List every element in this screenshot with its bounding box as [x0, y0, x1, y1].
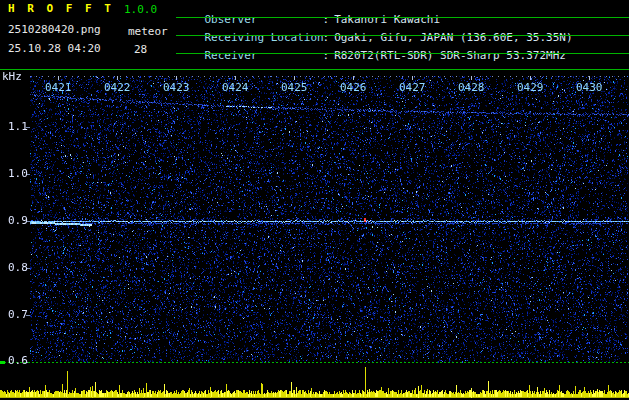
- observation-datetime: 25.10.28 04:20: [8, 43, 101, 54]
- output-filename: 2510280420.png: [8, 24, 101, 35]
- xaxis-time-label: 0424: [222, 82, 249, 93]
- yaxis-unit-label: kHz: [2, 71, 22, 82]
- app-title: H R O F F T: [8, 3, 114, 14]
- yaxis-tick-label: 0.7: [8, 309, 28, 320]
- xaxis-time-label: 0429: [517, 82, 544, 93]
- separator-line: [176, 17, 629, 18]
- yaxis-tick-label: 1.0: [8, 168, 28, 179]
- yaxis-tick-label: 0.9: [8, 215, 28, 226]
- xaxis-time-label: 0430: [576, 82, 603, 93]
- yaxis-tick-label: 0.8: [8, 262, 28, 273]
- echo-count: 28: [134, 44, 147, 55]
- xaxis-time-label: 0423: [163, 82, 190, 93]
- xaxis-time-label: 0421: [45, 82, 72, 93]
- app-version: 1.0.0: [124, 4, 157, 15]
- xaxis-time-label: 0425: [281, 82, 308, 93]
- hrofft-screenshot: H R O F F T 1.0.0 2510280420.png meteor …: [0, 0, 629, 400]
- mode-label: meteor: [128, 26, 168, 37]
- yaxis-tick-label: 1.1: [8, 121, 28, 132]
- separator-line: [176, 35, 629, 36]
- yaxis-tick-label: 0.6: [8, 355, 28, 366]
- separator-line: [176, 53, 629, 54]
- xaxis-time-label: 0422: [104, 82, 131, 93]
- xaxis-time-label: 0427: [399, 82, 426, 93]
- spectrogram-canvas: [0, 70, 629, 400]
- xaxis-time-label: 0426: [340, 82, 367, 93]
- xaxis-time-label: 0428: [458, 82, 485, 93]
